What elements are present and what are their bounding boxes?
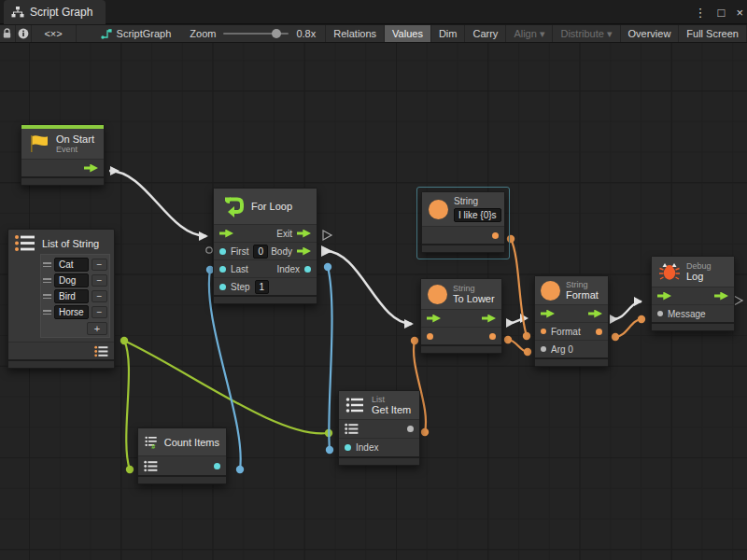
node-log[interactable]: Debug Log Message	[651, 256, 735, 331]
wire-endpoint	[421, 428, 429, 436]
flow-out-port[interactable]	[714, 292, 728, 301]
result-out-port[interactable]	[596, 329, 602, 335]
button-label: Relations	[333, 28, 376, 39]
node-get-item[interactable]: List Get Item Index	[338, 390, 420, 466]
flow-in-port[interactable]	[657, 292, 671, 301]
flow-in-port[interactable]	[219, 230, 233, 238]
result-out-port[interactable]	[489, 333, 496, 340]
flow-out-port[interactable]	[482, 315, 496, 323]
node-header: List Get Item	[339, 391, 419, 419]
tab-title: Script Graph	[30, 6, 92, 19]
code-preview-button[interactable]: <×>	[32, 25, 77, 42]
list-out-port[interactable]	[94, 345, 108, 357]
item-out-port[interactable]	[407, 426, 414, 432]
list-in-port[interactable]	[345, 423, 359, 435]
port-label: Body	[271, 246, 292, 257]
tab-script-graph[interactable]: Script Graph	[4, 0, 106, 24]
list-icon	[14, 233, 36, 253]
wire-arrowhead	[404, 319, 414, 329]
first-port[interactable]	[219, 248, 226, 255]
node-footer	[214, 295, 317, 303]
toolbar-button-overview[interactable]: Overview	[621, 25, 680, 42]
node-on-start[interactable]: On Start Event	[21, 124, 105, 186]
list-item-field[interactable]: Cat	[54, 258, 89, 272]
first-value-field[interactable]: 0	[253, 245, 268, 259]
toolbar-button-distribute[interactable]: Distribute ▾	[553, 25, 620, 42]
node-format[interactable]: String Format Format Arg 0	[534, 275, 609, 367]
menu-icon[interactable]: ⋮	[695, 6, 707, 20]
string-out-port[interactable]	[492, 232, 499, 239]
wire-endpoint	[326, 446, 333, 454]
remove-item-button[interactable]: −	[92, 259, 107, 271]
zoom-slider[interactable]	[223, 33, 289, 35]
drag-handle-icon[interactable]	[43, 262, 51, 267]
node-to-lower[interactable]: String To Lower	[420, 278, 502, 354]
remove-item-button[interactable]: −	[92, 290, 107, 302]
port-row	[535, 304, 608, 322]
node-type-label: String	[453, 284, 495, 293]
flow-in-port[interactable]	[541, 310, 555, 318]
count-out-port[interactable]	[214, 463, 220, 469]
message-in-port[interactable]	[657, 311, 663, 316]
body-flow-port[interactable]	[297, 247, 311, 256]
node-for-loop[interactable]: For Loop Exit First0 Body Last Index Ste…	[213, 188, 317, 304]
wire-endpoint	[120, 337, 128, 344]
node-list-of-string[interactable]: List of String Cat − Dog − Bird −	[7, 229, 115, 369]
lock-button[interactable]	[0, 25, 16, 42]
toolbar-button-relations[interactable]: Relations	[326, 25, 385, 42]
toolbar-button-align[interactable]: Align ▾	[506, 25, 553, 42]
port-row	[339, 419, 419, 438]
graph-canvas[interactable]: On Start Event List of String	[0, 43, 747, 560]
index-port[interactable]	[304, 266, 311, 273]
flow-out-port[interactable]	[588, 310, 602, 318]
list-item-field[interactable]: Bird	[54, 289, 89, 303]
close-icon[interactable]: ×	[736, 6, 743, 20]
index-in-port[interactable]	[345, 444, 351, 451]
arg0-in-port[interactable]	[541, 346, 546, 352]
list-item-field[interactable]: Dog	[54, 273, 89, 287]
graph-breadcrumb[interactable]: ScriptGraph	[91, 25, 181, 42]
node-header: String I like {0}s	[422, 192, 504, 226]
string-value-field[interactable]: I like {0}s	[454, 208, 501, 222]
node-header: String To Lower	[421, 279, 501, 309]
zoom-slider-knob[interactable]	[272, 29, 281, 38]
remove-item-button[interactable]: −	[92, 274, 107, 287]
list-item-row: Cat −	[43, 257, 107, 273]
add-item-button[interactable]: +	[87, 322, 107, 335]
maximize-icon[interactable]: □	[718, 6, 726, 20]
exit-flow-port[interactable]	[297, 230, 311, 238]
node-count-items[interactable]: # Count Items	[137, 427, 227, 484]
string-in-port[interactable]	[427, 333, 433, 340]
drag-handle-icon[interactable]	[43, 278, 51, 283]
info-button[interactable]	[16, 25, 32, 42]
toolbar-button-fullscreen[interactable]: Full Screen	[679, 25, 747, 42]
toolbar-button-values[interactable]: Values	[385, 25, 431, 42]
drag-handle-icon[interactable]	[43, 294, 51, 299]
flow-out-port[interactable]	[84, 164, 98, 173]
first-port-circle[interactable]	[206, 247, 212, 253]
exit-port-triangle[interactable]	[323, 231, 331, 240]
log-exit-port-triangle[interactable]	[734, 296, 742, 305]
step-value-field[interactable]: 1	[255, 280, 270, 294]
port-row: Format	[535, 322, 608, 340]
wire-arrowhead	[634, 297, 642, 306]
wire-index-to-getitem	[328, 267, 332, 450]
port-row: Step1	[214, 277, 317, 295]
toolbar: <×> ScriptGraph Zoom 0.8x Relations Valu…	[0, 25, 747, 43]
format-in-port[interactable]	[541, 329, 546, 334]
node-footer	[21, 176, 104, 185]
list-item-field[interactable]: Horse	[54, 305, 89, 319]
step-port[interactable]	[219, 284, 226, 290]
flow-in-port[interactable]	[427, 315, 441, 323]
remove-item-button[interactable]: −	[92, 306, 107, 318]
node-string-literal[interactable]: String I like {0}s	[421, 191, 505, 253]
toolbar-button-dim[interactable]: Dim	[431, 25, 466, 42]
wire-endpoint	[236, 466, 244, 473]
list-in-port[interactable]	[144, 460, 158, 472]
body-port-triangle[interactable]	[321, 245, 332, 257]
last-port[interactable]	[219, 266, 226, 273]
drag-handle-icon[interactable]	[43, 310, 51, 315]
button-label: Align	[514, 28, 536, 39]
toolbar-button-carry[interactable]: Carry	[465, 25, 506, 42]
wire-arrowhead	[506, 318, 514, 328]
